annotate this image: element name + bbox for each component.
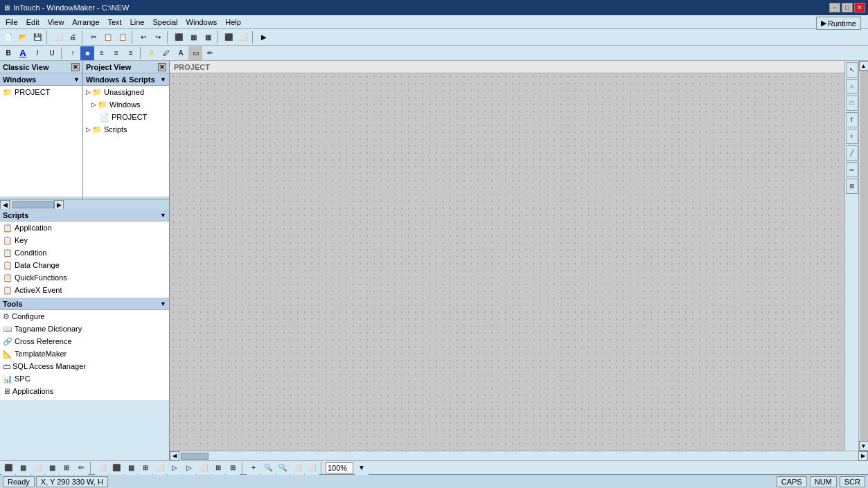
menu-arrange[interactable]: Arrange [68,17,103,28]
tb-btn-5[interactable]: 🖨 [66,30,80,44]
top-h-scroll[interactable]: ◀ ▶ [0,199,169,209]
classic-project-item[interactable]: 📁 PROJECT [0,86,82,98]
bt-btn-9[interactable]: ▦ [124,461,138,475]
spc-item[interactable]: 📊 SPC [0,372,169,385]
menu-view[interactable]: View [44,17,69,28]
project-item[interactable]: 📄 PROJECT [83,111,169,123]
tb-btn-15[interactable]: ⬜ [236,30,250,44]
tb-btn-9[interactable]: ↩ [136,30,150,44]
tb2-btn-5[interactable]: ↑ [66,46,80,60]
bt-btn-16[interactable]: ⊞ [226,461,240,475]
bt-btn-15[interactable]: ⊞ [211,461,225,475]
minimize-button[interactable]: – [829,3,840,12]
tb-btn-11[interactable]: ⬛ [172,30,186,44]
tb2-btn-4[interactable]: U [45,46,59,60]
scroll-left[interactable]: ◀ [0,200,10,210]
tb-btn-7[interactable]: 📋 [101,30,115,44]
bt-btn-6[interactable]: ✏ [74,461,88,475]
unassigned-item[interactable]: ▷ 📁 Unassigned [83,86,169,98]
h-scroll-right[interactable]: ▶ [858,451,868,461]
new-btn[interactable]: 📄 [1,30,15,44]
menu-line[interactable]: Line [126,17,149,28]
menu-windows[interactable]: Windows [182,17,222,28]
classic-view-close[interactable]: ✕ [71,63,80,71]
bt-btn-17[interactable]: + [247,461,260,475]
project-view-header[interactable]: Project View ✕ [83,61,169,73]
right-btn-line[interactable]: ╱ [846,145,858,161]
key-item[interactable]: 📋 Key [0,234,169,246]
maximize-button[interactable]: □ [842,3,853,12]
bt-btn-10[interactable]: ⊞ [139,461,152,475]
bt-btn-21[interactable]: ⬜ [305,461,319,475]
sql-access-item[interactable]: 🗃 SQL Access Manager [0,360,169,372]
bt-btn-19[interactable]: 🔍 [276,461,290,475]
bt-btn-11[interactable]: ⬜ [153,461,167,475]
tb-btn-16[interactable]: ▶ [257,30,271,44]
tb-btn-13[interactable]: ▦ [201,30,215,44]
close-button[interactable]: ✕ [854,3,865,12]
menu-help[interactable]: Help [221,17,245,28]
bt-btn-8[interactable]: ⬛ [109,461,123,475]
tb2-btn-13[interactable]: ▭ [188,46,202,60]
tb2-btn-11[interactable]: 🖊 [159,46,173,60]
scroll-thumb[interactable] [12,201,54,208]
right-btn-plus[interactable]: + [846,129,858,144]
tb2-btn-9[interactable]: ≡ [124,46,138,60]
tb-btn-14[interactable]: ⬛ [222,30,236,44]
italic-btn[interactable]: I [30,46,44,60]
tb-btn-10[interactable]: ↪ [151,30,165,44]
right-btn-rect[interactable]: □ [846,96,858,111]
bt-btn-18[interactable]: 🔍 [261,461,275,475]
canvas-v-scroll[interactable]: ▲ ▼ [858,61,868,451]
tb2-btn-10[interactable]: A [145,46,159,60]
tagname-dict-item[interactable]: 📖 Tagname Dictionary [0,323,169,335]
bt-btn-5[interactable]: ⊞ [60,461,73,475]
scroll-right[interactable]: ▶ [54,200,64,210]
menu-special[interactable]: Special [148,17,181,28]
configure-item[interactable]: ⚙ Configure [0,310,169,323]
v-scroll-down[interactable]: ▼ [859,441,869,451]
quick-functions-item[interactable]: 📋 QuickFunctions [0,271,169,284]
right-btn-circle[interactable]: ○ [846,79,858,94]
tb-btn-8[interactable]: 📋 [116,30,130,44]
menu-file[interactable]: File [1,17,22,28]
bt-btn-14[interactable]: ⬜ [197,461,211,475]
tb2-btn-7[interactable]: ≡ [95,46,109,60]
h-scroll-left[interactable]: ◀ [170,451,179,461]
right-btn-hline[interactable]: ═ [846,162,858,177]
windows-section-header[interactable]: Windows ▼ [0,73,82,86]
project-view-close[interactable]: ✕ [158,63,166,71]
bt-btn-13[interactable]: ▷ [182,461,196,475]
open-btn[interactable]: 📂 [16,30,30,44]
classic-view-header[interactable]: Classic View ✕ [0,61,82,73]
zoom-input[interactable] [326,462,353,473]
right-btn-grid[interactable]: ⊞ [846,179,858,194]
activex-item[interactable]: 📋 ActiveX Event [0,284,169,296]
runtime-button[interactable]: ▶ Runtime [816,17,861,30]
applications-item[interactable]: 🖥 Applications [0,385,169,397]
cross-reference-item[interactable]: 🔗 Cross Reference [0,335,169,347]
tb-btn-4[interactable]: ⬜ [51,30,65,44]
bold-btn[interactable]: B [1,46,15,60]
save-btn[interactable]: 💾 [30,30,44,44]
h-scroll-thumb[interactable] [181,453,209,460]
condition-item[interactable]: 📋 Condition [0,246,169,259]
tb-btn-6[interactable]: ✂ [87,30,100,44]
scripts-item[interactable]: ▷ 📁 Scripts [83,123,169,136]
canvas-content[interactable] [170,73,844,451]
bt-btn-3[interactable]: ⬜ [30,461,44,475]
windows-scripts-header[interactable]: Windows & Scripts ▼ [83,73,169,86]
canvas-h-scroll[interactable]: ◀ ▶ [170,451,868,460]
bt-btn-7[interactable]: ⬜ [95,461,109,475]
scripts-header[interactable]: Scripts ▼ [0,209,169,222]
tb2-btn-14[interactable]: ✏ [203,46,217,60]
tb2-btn-8[interactable]: ≡ [109,46,123,60]
v-scroll-track[interactable] [860,71,868,441]
right-btn-select[interactable]: ↖ [846,62,858,78]
bt-btn-1[interactable]: ⬛ [1,461,15,475]
right-btn-text[interactable]: T [846,112,858,127]
bt-btn-4[interactable]: ▦ [45,461,59,475]
application-item[interactable]: 📋 Application [0,222,169,234]
data-change-item[interactable]: 📋 Data Change [0,259,169,271]
bt-btn-2[interactable]: ▦ [16,461,30,475]
